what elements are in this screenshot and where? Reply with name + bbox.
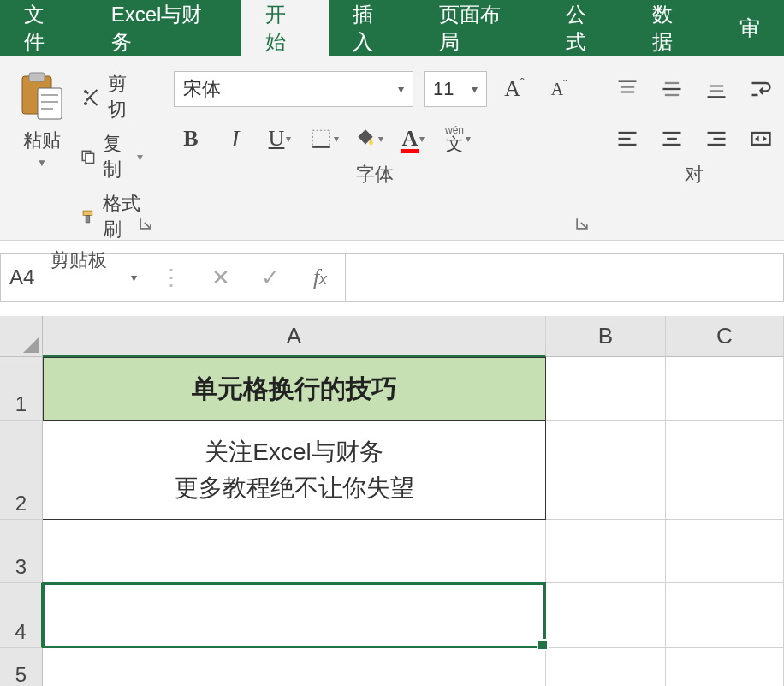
scissors-icon: [80, 86, 101, 108]
align-middle-button[interactable]: [655, 71, 689, 107]
border-button[interactable]: ▾: [307, 121, 342, 157]
cell-B1[interactable]: [546, 357, 666, 421]
decrease-font-size-button[interactable]: Aˇ: [542, 71, 576, 107]
column-header-C[interactable]: C: [666, 316, 784, 357]
tab-file[interactable]: 文件: [0, 0, 87, 56]
font-size-value: 11: [433, 78, 454, 100]
increase-font-size-button[interactable]: Aˆ: [497, 71, 532, 107]
formula-dots-button[interactable]: ⋮: [146, 265, 196, 291]
cell-B3[interactable]: [546, 520, 666, 583]
cell-A4[interactable]: [43, 583, 546, 648]
clipboard-group-label: 剪贴板: [10, 242, 146, 280]
align-center-button[interactable]: [655, 121, 689, 157]
font-color-button[interactable]: A ▾: [396, 121, 431, 157]
column-header-B[interactable]: B: [546, 316, 666, 357]
tab-custom[interactable]: Excel与财务: [87, 0, 241, 56]
cell-C4[interactable]: [666, 583, 784, 648]
svg-rect-1: [29, 73, 45, 81]
paste-button[interactable]: 粘贴 ▼: [10, 63, 74, 242]
bold-button[interactable]: B: [174, 121, 208, 157]
increase-font-icon: Aˆ: [504, 76, 524, 102]
cancel-formula-button[interactable]: ✕: [196, 265, 246, 291]
tab-review[interactable]: 审: [716, 0, 784, 56]
ribbon-group-clipboard: 粘贴 ▼ 剪切 复制 ▾ 格式刷 剪贴板: [0, 56, 157, 240]
wrap-text-icon: [749, 77, 773, 101]
cell-B5[interactable]: [546, 648, 666, 686]
select-all-button[interactable]: [0, 316, 43, 357]
insert-function-button[interactable]: fx: [295, 265, 345, 290]
copy-button[interactable]: 复制 ▾: [80, 131, 143, 182]
cell-C2[interactable]: [666, 421, 784, 520]
font-dialog-launcher[interactable]: [573, 214, 591, 233]
underline-icon: U: [269, 126, 285, 152]
chevron-down-icon[interactable]: ▾: [334, 133, 339, 145]
cell-C1[interactable]: [666, 357, 784, 421]
chevron-down-icon: ▾: [398, 82, 404, 96]
cell-B2[interactable]: [546, 421, 666, 520]
copy-icon: [80, 146, 96, 168]
decrease-font-icon: Aˇ: [551, 79, 567, 99]
clipboard-dialog-launcher[interactable]: [136, 214, 155, 233]
phonetic-icon: wén 文: [445, 125, 464, 152]
svg-rect-10: [312, 130, 330, 147]
ribbon-group-alignment: 对: [593, 56, 784, 240]
row-header-1[interactable]: 1: [0, 357, 43, 421]
cell-A2[interactable]: 关注Excel与财务 更多教程绝不让你失望: [43, 421, 546, 520]
chevron-down-icon[interactable]: ▾: [286, 133, 291, 145]
chevron-down-icon[interactable]: ▾: [378, 133, 383, 145]
chevron-down-icon[interactable]: ▾: [466, 133, 471, 145]
copy-label: 复制: [103, 131, 128, 182]
font-color-icon: A: [402, 126, 419, 152]
wrap-text-button[interactable]: [744, 71, 778, 107]
row-header-5[interactable]: 5: [0, 648, 43, 686]
accept-formula-button[interactable]: ✓: [246, 265, 295, 291]
chevron-down-icon[interactable]: ▾: [419, 133, 425, 145]
merge-icon: [749, 127, 773, 151]
font-name-value: 宋体: [183, 76, 221, 102]
cell-A1[interactable]: 单元格换行的技巧: [43, 357, 546, 421]
align-bottom-button[interactable]: [699, 71, 734, 107]
paste-label: 粘贴: [23, 128, 61, 153]
row-header-3[interactable]: 3: [0, 520, 43, 583]
svg-rect-2: [38, 88, 62, 119]
cell-B4[interactable]: [546, 583, 666, 648]
merge-center-button[interactable]: [744, 121, 778, 157]
chevron-down-icon: ▾: [472, 82, 478, 96]
tab-formulas[interactable]: 公式: [542, 0, 629, 56]
copy-dropdown-icon[interactable]: ▾: [137, 150, 143, 164]
cell-C3[interactable]: [666, 520, 784, 583]
font-name-combo[interactable]: 宋体 ▾: [174, 71, 413, 107]
font-group-label: 字体: [167, 157, 583, 194]
svg-rect-7: [86, 153, 94, 163]
align-top-button[interactable]: [610, 71, 644, 107]
font-size-combo[interactable]: 11 ▾: [424, 71, 487, 107]
fill-color-button[interactable]: ▾: [352, 121, 386, 157]
row-header-4[interactable]: 4: [0, 583, 43, 648]
italic-button[interactable]: I: [218, 121, 252, 157]
svg-rect-30: [752, 133, 770, 145]
format-painter-button[interactable]: 格式刷: [80, 191, 143, 242]
row-header-2[interactable]: 2: [0, 421, 43, 520]
underline-button[interactable]: U ▾: [263, 121, 297, 157]
column-header-A[interactable]: A: [43, 316, 546, 357]
paste-dropdown-icon[interactable]: ▼: [37, 157, 47, 169]
format-painter-icon: [80, 206, 96, 228]
alignment-group-label: 对: [603, 157, 784, 194]
align-left-button[interactable]: [610, 121, 644, 157]
cut-button[interactable]: 剪切: [80, 71, 143, 122]
cut-label: 剪切: [108, 71, 143, 122]
ribbon-group-font: 宋体 ▾ 11 ▾ Aˆ Aˇ B I U ▾: [157, 56, 593, 240]
phonetic-guide-button[interactable]: wén 文 ▾: [441, 121, 475, 157]
tab-home[interactable]: 开始: [241, 0, 329, 56]
tab-page-layout[interactable]: 页面布局: [415, 0, 541, 56]
align-right-button[interactable]: [699, 121, 734, 157]
tab-insert[interactable]: 插入: [329, 0, 416, 56]
ribbon-tab-bar: 文件 Excel与财务 开始 插入 页面布局 公式 数据 审: [0, 0, 784, 56]
tab-data[interactable]: 数据: [628, 0, 716, 56]
cell-C5[interactable]: [666, 648, 784, 686]
cell-A3[interactable]: [43, 520, 546, 583]
paste-icon: [19, 71, 65, 122]
formula-input[interactable]: [346, 254, 783, 301]
cell-A5[interactable]: [43, 648, 546, 686]
border-icon: [310, 128, 332, 150]
